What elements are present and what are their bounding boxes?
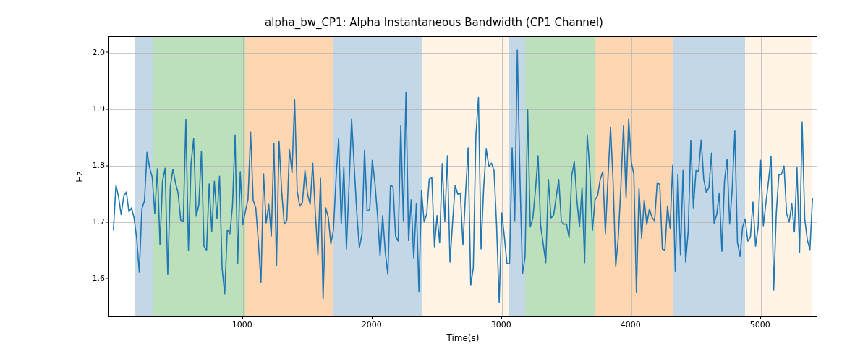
x-tick: 4000 bbox=[621, 320, 641, 329]
chart-title: alpha_bw_CP1: Alpha Instantaneous Bandwi… bbox=[0, 16, 868, 29]
y-tick: 1.6 bbox=[83, 274, 105, 283]
plot-area bbox=[109, 36, 817, 317]
figure: alpha_bw_CP1: Alpha Instantaneous Bandwi… bbox=[0, 0, 868, 362]
x-tick: 1000 bbox=[232, 320, 252, 329]
x-axis-label: Time(s) bbox=[109, 333, 817, 343]
y-tick: 2.0 bbox=[83, 47, 105, 56]
y-tick: 1.8 bbox=[83, 161, 105, 170]
x-tick: 2000 bbox=[362, 320, 382, 329]
y-tick: 1.9 bbox=[83, 104, 105, 114]
y-tick: 1.7 bbox=[83, 217, 105, 227]
x-tick: 3000 bbox=[491, 320, 511, 329]
line-series bbox=[109, 37, 817, 316]
x-tick: 5000 bbox=[750, 320, 770, 329]
